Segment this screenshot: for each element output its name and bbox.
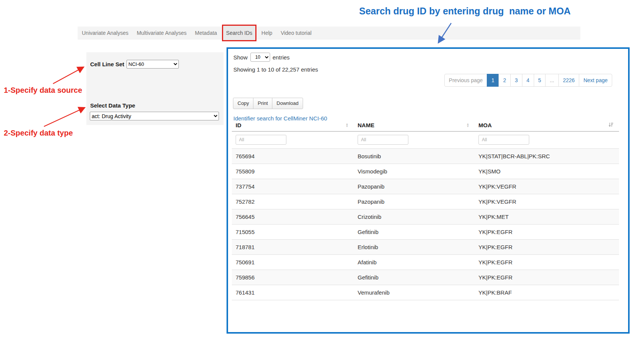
data-source-panel: Cell Line Set NCI-60 Select Data Type ac…	[86, 52, 224, 125]
cell-moa: YK|PK:VEGFR	[475, 179, 619, 194]
cell-moa: YK|PK:BRAF	[475, 285, 619, 300]
moa-filter-input[interactable]	[478, 135, 529, 145]
red-arrow-step2	[44, 108, 85, 126]
page-button-2[interactable]: 2	[499, 74, 511, 87]
page-button-5[interactable]: 5	[534, 74, 546, 87]
cell-id: 756645	[232, 209, 354, 225]
nav-item-help[interactable]: Help	[257, 27, 277, 39]
page-button-3[interactable]: 3	[510, 74, 522, 87]
showing-entries-status: Showing 1 to 10 of 22,257 entries	[233, 66, 318, 73]
page-button-2226[interactable]: 2226	[558, 74, 579, 87]
column-header-id-label: ID	[236, 122, 241, 128]
cell-id: 755809	[232, 164, 354, 179]
cell-id: 750691	[232, 255, 354, 270]
cell-moa: YK|PK:MET	[475, 209, 619, 225]
data-type-label: Select Data Type	[90, 102, 135, 109]
top-navbar: Univariate Analyses Multivariate Analyse…	[78, 27, 580, 39]
id-filter-input[interactable]	[236, 135, 286, 145]
print-button[interactable]: Print	[253, 98, 272, 109]
cell-name: Pazopanib	[354, 179, 475, 194]
cell-moa: YK|PK:EGFR	[475, 270, 619, 285]
cell-moa: YK|PK:EGFR	[475, 255, 619, 270]
cell-name: Vemurafenib	[354, 285, 475, 300]
cell-id: 752782	[232, 194, 354, 209]
table-row: 715055 Gefitinib YK|PK:EGFR	[232, 225, 619, 240]
cell-id: 718781	[232, 240, 354, 255]
pagination: Previous page 1 2 3 4 5 ... 2226 Next pa…	[445, 74, 612, 87]
annotation-step1: 1-Specify data source	[4, 86, 82, 95]
table-row: 761431 Vemurafenib YK|PK:BRAF	[232, 285, 619, 300]
export-button-group: Copy Print Download	[233, 98, 303, 109]
annotation-search-tip: Search drug ID by entering drug name or …	[359, 6, 571, 17]
cell-id: 759856	[232, 270, 354, 285]
table-row: 755809 Vismodegib YK|SMO	[232, 164, 619, 179]
cell-moa: YK|STAT|BCR-ABL|PK:SRC	[475, 149, 619, 164]
show-label: Show	[233, 54, 248, 61]
table-row: 718781 Erlotinib YK|PK:EGFR	[232, 240, 619, 255]
cell-moa: YK|PK:EGFR	[475, 240, 619, 255]
cell-name: Afatinib	[354, 255, 475, 270]
name-filter-input[interactable]	[358, 135, 408, 145]
column-header-name[interactable]: NAME ▲▼	[354, 119, 475, 131]
entries-label: entries	[273, 54, 290, 61]
page-button-4[interactable]: 4	[522, 74, 534, 87]
cell-name: Gefitinib	[354, 225, 475, 240]
annotation-step2: 2-Specify data type	[4, 129, 73, 137]
table-filter-row	[232, 131, 619, 149]
previous-page-button[interactable]: Previous page	[444, 74, 488, 87]
cell-name: Crizotinib	[354, 209, 475, 225]
table-row: 759856 Gefitinib YK|PK:EGFR	[232, 270, 619, 285]
table-header-row: ID ▲▼ NAME ▲▼ MOA	[232, 119, 619, 131]
column-header-id[interactable]: ID ▲▼	[232, 119, 354, 131]
cell-id: 715055	[232, 225, 354, 240]
sort-amount-icon	[608, 122, 614, 128]
red-arrow-step1	[53, 67, 84, 84]
table-row: 752782 Pazopanib YK|PK:VEGFR	[232, 194, 619, 209]
cell-moa: YK|PK:EGFR	[475, 225, 619, 240]
sort-icon: ▲▼	[466, 123, 469, 128]
table-row: 765694 Bosutinib YK|STAT|BCR-ABL|PK:SRC	[232, 149, 619, 164]
copy-button[interactable]: Copy	[233, 98, 253, 109]
nav-item-univariate-analyses[interactable]: Univariate Analyses	[78, 27, 133, 39]
data-type-select[interactable]: act: Drug Activity	[90, 112, 219, 120]
page-ellipsis: ...	[545, 74, 559, 87]
nav-item-multivariate-analyses[interactable]: Multivariate Analyses	[133, 27, 191, 39]
table-row: 737754 Pazopanib YK|PK:VEGFR	[232, 179, 619, 194]
page-length-control: Show 10 entries	[233, 53, 290, 62]
results-table: ID ▲▼ NAME ▲▼ MOA	[232, 119, 619, 300]
cell-line-set-label: Cell Line Set	[90, 61, 124, 67]
table-row: 756645 Crizotinib YK|PK:MET	[232, 209, 619, 225]
page-length-select[interactable]: 10	[250, 53, 270, 62]
page-button-1[interactable]: 1	[487, 74, 499, 87]
sort-icon: ▲▼	[345, 123, 349, 128]
cell-moa: YK|PK:VEGFR	[475, 194, 619, 209]
nav-item-search-ids[interactable]: Search IDs	[222, 25, 256, 41]
cell-id: 761431	[232, 285, 354, 300]
search-ids-panel: Show 10 entries Showing 1 to 10 of 22,25…	[227, 47, 630, 334]
cell-name: Erlotinib	[354, 240, 475, 255]
cell-id: 737754	[232, 179, 354, 194]
column-header-name-label: NAME	[358, 122, 374, 128]
cell-name: Vismodegib	[354, 164, 475, 179]
cell-name: Gefitinib	[354, 270, 475, 285]
column-header-moa[interactable]: MOA	[475, 119, 619, 131]
table-row: 750691 Afatinib YK|PK:EGFR	[232, 255, 619, 270]
cell-moa: YK|SMO	[475, 164, 619, 179]
cell-name: Bosutinib	[354, 149, 475, 164]
cell-id: 765694	[232, 149, 354, 164]
cell-line-set-select[interactable]: NCI-60	[127, 60, 179, 69]
column-header-moa-label: MOA	[478, 122, 492, 128]
nav-item-video-tutorial[interactable]: Video tutorial	[277, 27, 316, 39]
nav-item-metadata[interactable]: Metadata	[191, 27, 221, 39]
next-page-button[interactable]: Next page	[579, 74, 612, 87]
download-button[interactable]: Download	[272, 98, 303, 109]
cell-name: Pazopanib	[354, 194, 475, 209]
